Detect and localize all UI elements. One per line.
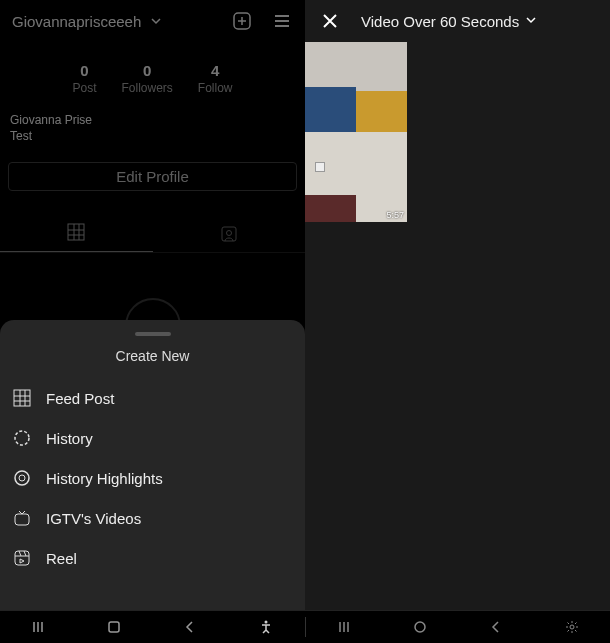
username-label: Giovannaprisceeeh — [12, 13, 141, 30]
highlights-icon — [12, 468, 32, 488]
stat-following[interactable]: 4 Follow — [198, 62, 233, 95]
recents-icon[interactable] — [334, 617, 354, 637]
tab-tagged[interactable] — [153, 213, 306, 252]
menu-icon[interactable] — [271, 10, 293, 32]
picker-header: Video Over 60 Seconds — [305, 0, 610, 42]
stat-posts[interactable]: 0 Post — [72, 62, 96, 95]
sheet-item-igtv[interactable]: IGTV's Videos — [0, 498, 305, 538]
svg-rect-1 — [68, 224, 84, 240]
close-icon[interactable] — [319, 10, 341, 32]
stat-followers-count: 0 — [143, 62, 151, 79]
svg-rect-8 — [15, 514, 29, 525]
edit-profile-label: Edit Profile — [116, 168, 189, 185]
sheet-item-reel[interactable]: Reel — [0, 538, 305, 578]
back-icon[interactable] — [486, 617, 506, 637]
chevron-down-icon — [525, 12, 537, 30]
profile-header: Giovannaprisceeeh — [0, 0, 305, 42]
tab-grid[interactable] — [0, 213, 153, 252]
stat-following-count: 4 — [211, 62, 219, 79]
chevron-down-icon — [145, 10, 167, 32]
sheet-item-highlights[interactable]: History Highlights — [0, 458, 305, 498]
grid-icon — [65, 221, 87, 243]
stat-followers-label: Followers — [121, 81, 172, 95]
stat-posts-count: 0 — [80, 62, 88, 79]
svg-rect-10 — [109, 622, 119, 632]
svg-point-5 — [15, 431, 29, 445]
thumbnail-duration: 5:57 — [386, 210, 404, 220]
grid-icon — [12, 388, 32, 408]
sheet-item-label: History Highlights — [46, 470, 163, 487]
video-thumbnail[interactable] — [305, 42, 356, 132]
home-icon[interactable] — [410, 617, 430, 637]
reel-icon — [12, 548, 32, 568]
sheet-item-feed-post[interactable]: Feed Post — [0, 378, 305, 418]
tagged-icon — [218, 222, 240, 244]
sheet-item-label: IGTV's Videos — [46, 510, 141, 527]
stat-posts-label: Post — [72, 81, 96, 95]
bio-text: Test — [10, 129, 295, 145]
video-thumbnail[interactable]: 5:57 — [356, 132, 407, 222]
profile-tabs — [0, 213, 305, 253]
svg-rect-4 — [14, 390, 30, 406]
sheet-item-label: History — [46, 430, 93, 447]
system-navbar — [0, 610, 610, 643]
svg-point-3 — [226, 230, 231, 235]
settings-icon[interactable] — [562, 617, 582, 637]
svg-point-13 — [570, 625, 574, 629]
stat-followers[interactable]: 0 Followers — [121, 62, 172, 95]
username-dropdown[interactable]: Giovannaprisceeeh — [12, 10, 167, 32]
create-new-sheet: Create New Feed Post History History Hig… — [0, 320, 305, 610]
video-thumbnail[interactable] — [356, 42, 407, 132]
history-icon — [12, 428, 32, 448]
thumbnail-detail — [315, 162, 325, 172]
svg-point-7 — [19, 475, 25, 481]
igtv-icon — [12, 508, 32, 528]
sheet-title: Create New — [0, 348, 305, 364]
svg-rect-9 — [15, 551, 29, 565]
recents-icon[interactable] — [28, 617, 48, 637]
accessibility-icon[interactable] — [256, 617, 276, 637]
video-thumbnails: 5:57 — [305, 42, 407, 222]
home-icon[interactable] — [104, 617, 124, 637]
create-icon[interactable] — [231, 10, 253, 32]
bio: Giovanna Prise Test — [0, 103, 305, 148]
picker-title-dropdown[interactable]: Video Over 60 Seconds — [361, 12, 537, 30]
video-thumbnail[interactable] — [305, 132, 356, 222]
back-icon[interactable] — [180, 617, 200, 637]
sheet-item-label: Reel — [46, 550, 77, 567]
edit-profile-button[interactable]: Edit Profile — [8, 162, 297, 191]
svg-point-11 — [265, 621, 268, 624]
stat-following-label: Follow — [198, 81, 233, 95]
picker-title: Video Over 60 Seconds — [361, 13, 519, 30]
stats-row: 0 Post 0 Followers 4 Follow — [0, 42, 305, 103]
sheet-item-label: Feed Post — [46, 390, 114, 407]
svg-point-6 — [15, 471, 29, 485]
display-name: Giovanna Prise — [10, 113, 295, 129]
sheet-item-history[interactable]: History — [0, 418, 305, 458]
svg-point-12 — [415, 622, 425, 632]
svg-rect-2 — [222, 227, 236, 241]
sheet-handle[interactable] — [135, 332, 171, 336]
